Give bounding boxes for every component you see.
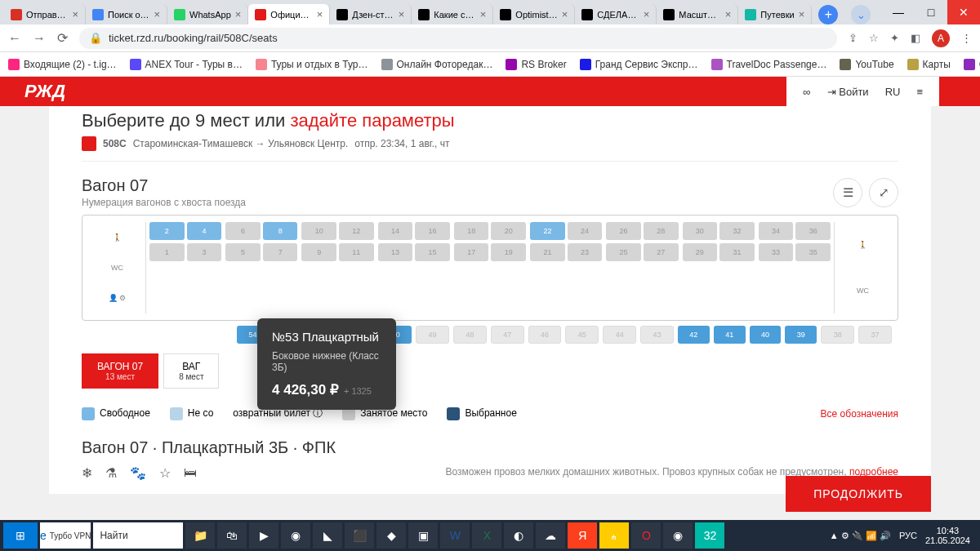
bookmark-item[interactable]: Туры и отдых в Тур… [256,59,368,70]
taskbar-app7[interactable]: ₼ [599,522,629,549]
tray-icons[interactable]: ▲ ⚙ 🔌 📶 🔊 [830,531,891,541]
close-window-button[interactable]: ✕ [947,0,980,24]
browser-tab[interactable]: Дзен-студия× [330,4,412,24]
taskbar-app3[interactable]: ⬛ [345,522,374,549]
taskbar-app2[interactable]: ◣ [313,522,342,549]
bookmark-item[interactable]: ANEX Tour - Туры в… [130,59,243,70]
browser-tab[interactable]: Масштабные× [657,4,738,24]
close-icon[interactable]: × [480,8,487,20]
bookmark-item[interactable]: RS Broker [506,59,566,70]
url-input[interactable]: 🔒 ticket.rzd.ru/booking/rail/508C/seats [79,28,837,49]
seat-4[interactable]: 4 [187,222,222,240]
close-icon[interactable]: × [725,8,732,20]
close-icon[interactable]: × [644,8,650,20]
close-icon[interactable]: × [562,8,568,20]
new-tab-button[interactable]: + [818,5,838,24]
all-legend-link[interactable]: Все обозначения [821,408,898,420]
menu-icon[interactable]: ⋮ [961,32,972,44]
bookmark-item[interactable]: Онлайн Фоторедак… [381,59,493,70]
close-icon[interactable]: × [72,8,78,20]
seat-2[interactable]: 2 [149,222,185,240]
seat-32: 32 [719,222,755,240]
bookmark-item[interactable]: YouTube [840,59,893,70]
taskbar-opera[interactable]: O [631,522,661,549]
seat-22[interactable]: 22 [530,222,565,240]
seat-24: 24 [568,222,603,240]
browser-tab[interactable]: Поиск отеле× [86,4,167,24]
seat-29: 29 [683,243,718,261]
side-seat-37: 37 [858,326,892,344]
close-icon[interactable]: × [799,8,805,20]
menu-button[interactable]: ≡ [916,86,923,98]
seat-8[interactable]: 8 [263,222,298,240]
person-icon: 🚶 [858,241,867,249]
taskbar-word[interactable]: W [440,522,470,549]
close-icon[interactable]: × [399,8,405,20]
wagon-tab[interactable]: ВАГ8 мест [163,353,219,389]
browser-tab[interactable]: Отправленн× [4,4,86,24]
taskbar-store[interactable]: 🛍 [217,522,247,549]
side-seat-39[interactable]: 39 [785,326,817,344]
taskbar-app6[interactable]: ☁ [536,522,565,549]
list-view-button[interactable]: ☰ [833,178,862,207]
forward-button[interactable]: → [33,31,46,46]
taskbar-app[interactable]: ▶ [249,522,278,549]
close-icon[interactable]: × [235,8,242,20]
side-seat-41[interactable]: 41 [714,326,746,344]
minimize-button[interactable]: — [882,0,915,24]
close-icon[interactable]: × [317,8,323,20]
bookmark-item[interactable]: Карты [907,59,951,70]
browser-tab[interactable]: СДЕЛАЙ как× [575,4,657,24]
side-seat-49: 49 [416,326,449,344]
expand-button[interactable]: ⤢ [869,178,898,207]
taskbar-app5[interactable]: ▣ [408,522,438,549]
browser-tab[interactable]: Optimist | Дз× [493,4,575,24]
bookmark-item[interactable]: Gmail [964,59,980,70]
header-infinity-icon[interactable]: ∞ [803,86,810,98]
taskbar-ie[interactable]: e Турбо VPN [40,522,91,549]
side-seat-42[interactable]: 42 [678,326,710,344]
main-content: Выберите до 9 мест или задайте параметры… [49,106,931,494]
browser-tab[interactable]: Какие скидк× [412,4,493,24]
lock-icon: 🔒 [89,32,102,44]
lang-switch[interactable]: RU [885,86,901,98]
taskbar-edge[interactable]: ◐ [504,522,533,549]
browser-chrome: Отправленн×Поиск отеле×WhatsApp×Официаль… [0,0,980,77]
taskbar-explorer[interactable]: 📁 [185,522,215,549]
seat-28: 28 [644,222,679,240]
profile-avatar[interactable]: А [932,29,950,47]
taskbar-chrome[interactable]: ◉ [281,522,310,549]
extensions-icon[interactable]: ✦ [890,32,899,44]
set-params-link[interactable]: задайте параметры [290,110,454,131]
wagon-subtitle: Нумерация вагонов с хвоста поезда [82,197,246,208]
close-icon[interactable]: × [154,8,160,20]
browser-tab[interactable]: Путевки× [738,4,812,24]
side-seat-40[interactable]: 40 [750,326,782,344]
rzd-logo[interactable]: РЖД [24,81,65,102]
browser-tab[interactable]: Официальны× [248,4,330,24]
taskbar-yandex[interactable]: Я [568,522,597,549]
maximize-button[interactable]: □ [915,0,947,24]
start-button[interactable]: ⊞ [3,522,38,549]
taskbar-chrome2[interactable]: ◉ [663,522,693,549]
browser-tab[interactable]: WhatsApp× [167,4,248,24]
tray-lang[interactable]: РУС [899,531,917,540]
bookmark-item[interactable]: Гранд Сервис Экспр… [580,59,698,70]
reload-button[interactable]: ⟳ [57,30,68,46]
tabs-dropdown[interactable]: ⌄ [851,5,871,24]
star-icon[interactable]: ☆ [869,32,879,44]
taskbar-app4[interactable]: ◆ [376,522,406,549]
seat-20: 20 [491,222,526,240]
sidepanel-icon[interactable]: ◧ [911,32,920,44]
tray-time: 10:43 [925,526,970,535]
bookmark-item[interactable]: TravelDoc Passenge… [711,59,827,70]
share-icon[interactable]: ⇪ [849,32,858,44]
continue-button[interactable]: ПРОДОЛЖИТЬ [786,476,931,512]
login-button[interactable]: ⇥ Войти [827,86,869,98]
taskbar-app8[interactable]: 32 [695,522,724,549]
bookmark-item[interactable]: Входящие (2) - t.ig… [8,59,117,70]
wagon-tab[interactable]: ВАГОН 0713 мест [82,353,158,389]
back-button[interactable]: ← [8,31,21,46]
taskbar-excel[interactable]: X [472,522,501,549]
taskbar-search[interactable]: Найти [93,522,183,549]
